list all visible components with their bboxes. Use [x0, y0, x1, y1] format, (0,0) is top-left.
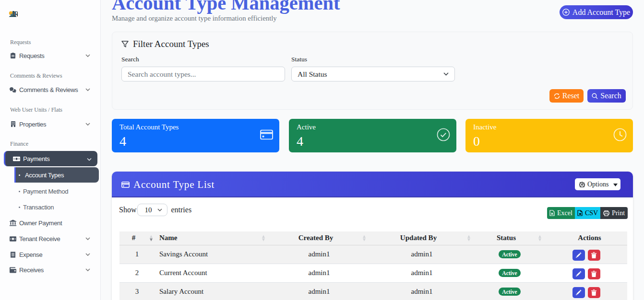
svg-text:R: R — [13, 10, 18, 17]
